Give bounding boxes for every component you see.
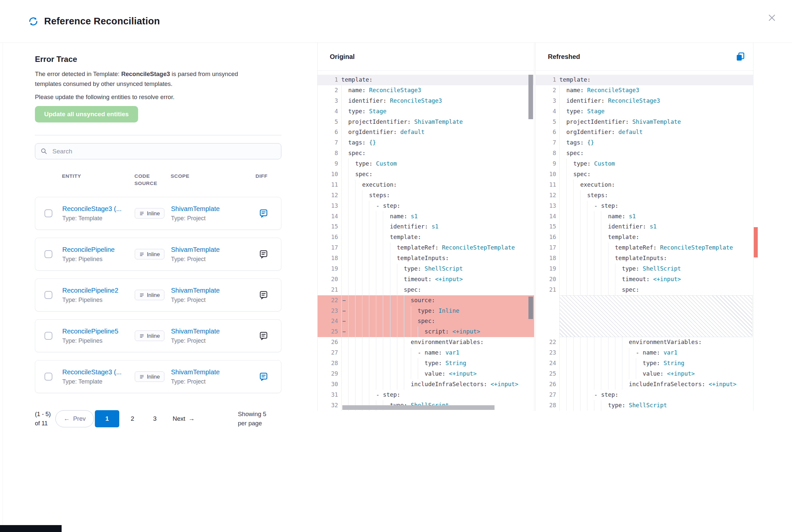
- entity-name-link[interactable]: ReconcileStage3 (...: [62, 368, 128, 376]
- code-source-label: Inline: [147, 210, 160, 216]
- code-line: 22environmentVariables:: [536, 337, 753, 348]
- view-diff-icon[interactable]: [259, 249, 269, 259]
- code-line: 21spec:: [536, 285, 753, 295]
- page-buttons: 123: [95, 410, 164, 427]
- code-line: 20timeout: <+input>: [318, 274, 534, 285]
- scope-link[interactable]: ShivamTemplate: [171, 368, 243, 376]
- entity-row[interactable]: ReconcilePipelineType: PipelinesInlineSh…: [35, 238, 281, 271]
- copy-icon[interactable]: [735, 52, 745, 61]
- next-page-button[interactable]: Next→: [173, 415, 195, 422]
- original-code-editor[interactable]: 1template:2name: ReconcileStage33identif…: [318, 71, 534, 411]
- code-line: 8spec:: [318, 148, 534, 159]
- line-number: 2: [318, 85, 338, 96]
- line-number: 22: [536, 337, 556, 348]
- code-line: 11execution:: [318, 180, 534, 190]
- page-button-3[interactable]: 3: [146, 410, 164, 427]
- line-number: 25: [536, 369, 556, 379]
- close-button[interactable]: [767, 13, 777, 23]
- line-number: 24: [318, 316, 338, 327]
- line-number: 23: [318, 306, 338, 316]
- line-number: 9: [318, 159, 338, 169]
- horizontal-scrollbar-thumb[interactable]: [342, 405, 495, 410]
- line-number: 32: [318, 400, 338, 411]
- line-number: 26: [536, 379, 556, 390]
- modal-header: Reference Reconciliation: [0, 0, 792, 43]
- row-checkbox[interactable]: [44, 373, 52, 381]
- line-number: 27: [318, 348, 338, 358]
- line-number: 7: [318, 138, 338, 148]
- code-line: 19type: ShellScript: [318, 264, 534, 274]
- entity-type-label: Type: Pipelines: [62, 256, 128, 263]
- section-divider: [35, 135, 281, 135]
- code-line: 2name: ReconcileStage3: [318, 85, 534, 96]
- per-page-label: Showing 5 per page: [238, 410, 268, 428]
- code-source-badge: Inline: [135, 330, 164, 341]
- column-header-diff: DIFF: [256, 172, 281, 180]
- entity-row[interactable]: ReconcileStage3 (...Type: TemplateInline…: [35, 360, 281, 393]
- scope-type-label: Type: Project: [171, 378, 243, 385]
- inline-source-icon: [140, 374, 144, 379]
- modal-content: Error Trace The error detected in Templa…: [0, 43, 792, 532]
- code-line: 13- step:: [536, 201, 753, 211]
- entity-name-link[interactable]: ReconcilePipeline5: [62, 327, 128, 335]
- refreshed-panel-title: Refreshed: [548, 53, 580, 61]
- code-source-badge: Inline: [135, 208, 164, 218]
- code-line: 26includeInfraSelectors: <+input>: [536, 379, 753, 390]
- view-diff-icon[interactable]: [259, 372, 269, 382]
- view-diff-icon[interactable]: [259, 290, 269, 300]
- prev-page-button[interactable]: ←Prev: [55, 410, 94, 427]
- inline-source-icon: [140, 293, 144, 298]
- update-all-unsynced-button[interactable]: Update all unsynced entities: [35, 106, 138, 122]
- line-number: 19: [536, 264, 556, 274]
- entity-type-label: Type: Template: [62, 215, 128, 222]
- row-checkbox[interactable]: [44, 209, 52, 217]
- entity-name-link[interactable]: ReconcileStage3 (...: [62, 205, 128, 213]
- line-number: 23: [536, 348, 556, 358]
- entity-row[interactable]: ReconcilePipeline5Type: PipelinesInlineS…: [35, 319, 281, 352]
- close-icon: [767, 13, 776, 22]
- scope-link[interactable]: ShivamTemplate: [171, 287, 243, 294]
- view-diff-icon[interactable]: [259, 331, 269, 341]
- scope-link[interactable]: ShivamTemplate: [171, 327, 243, 335]
- line-number: 21: [536, 285, 556, 295]
- search-box: [35, 143, 281, 159]
- line-number: 13: [318, 201, 338, 211]
- line-number: 17: [536, 243, 556, 253]
- search-input[interactable]: [35, 143, 281, 159]
- row-checkbox[interactable]: [44, 250, 52, 258]
- arrow-left-icon: ←: [63, 415, 70, 422]
- code-line: 18templateInputs:: [318, 253, 534, 264]
- scope-link[interactable]: ShivamTemplate: [171, 205, 243, 213]
- inline-source-icon: [140, 334, 144, 338]
- line-number: 10: [536, 169, 556, 180]
- view-diff-icon[interactable]: [259, 208, 269, 218]
- code-line: 6orgIdentifier: default: [318, 127, 534, 138]
- entity-name-link[interactable]: ReconcilePipeline2: [62, 287, 128, 294]
- row-checkbox[interactable]: [44, 291, 52, 299]
- entity-row[interactable]: ReconcilePipeline2Type: PipelinesInlineS…: [35, 279, 281, 311]
- original-diff-panel: Original 1template:2name: ReconcileStage…: [317, 43, 534, 411]
- line-number: 6: [536, 127, 556, 138]
- scope-link[interactable]: ShivamTemplate: [171, 246, 243, 253]
- code-line: 3identifier: ReconcileStage3: [318, 96, 534, 106]
- entity-row[interactable]: ReconcileStage3 (...Type: TemplateInline…: [35, 197, 281, 230]
- page-button-1[interactable]: 1: [95, 410, 119, 427]
- modal-title: Reference Reconciliation: [44, 16, 160, 27]
- code-line: 13- step:: [318, 201, 534, 211]
- refreshed-code-editor[interactable]: 1template:2name: ReconcileStage33identif…: [536, 71, 753, 411]
- code-line: 28type: ShellScript: [536, 400, 753, 411]
- entity-name-link[interactable]: ReconcilePipeline: [62, 246, 128, 253]
- scope-type-label: Type: Project: [171, 215, 243, 222]
- page-button-2[interactable]: 2: [123, 410, 142, 427]
- line-number: 29: [318, 369, 338, 379]
- line-number: 9: [536, 159, 556, 169]
- code-line: 27- name: var1: [318, 348, 534, 358]
- refreshed-panel-header: Refreshed: [536, 43, 753, 71]
- code-line: 15identifier: s1: [318, 222, 534, 232]
- deleted-line-tick: [343, 300, 346, 301]
- row-checkbox[interactable]: [44, 332, 52, 340]
- line-number: 5: [318, 117, 338, 128]
- line-number: 31: [318, 390, 338, 400]
- scrollbar-diff-marker: [529, 297, 533, 319]
- vertical-scrollbar-thumb[interactable]: [529, 75, 533, 119]
